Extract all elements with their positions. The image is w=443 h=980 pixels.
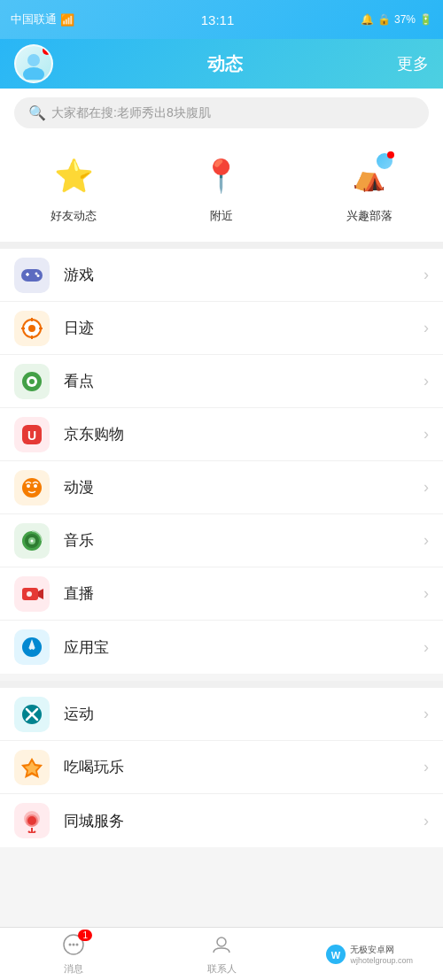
svg-point-44 [73, 943, 75, 945]
sports-label: 运动 [64, 704, 424, 724]
menu-item-food[interactable]: 吃喝玩乐 › [0, 741, 443, 794]
appstore-label: 应用宝 [64, 637, 424, 658]
svg-point-1 [23, 67, 44, 80]
music-arrow: › [424, 531, 429, 550]
menu-item-live[interactable]: 直播 › [0, 567, 443, 621]
friends-label: 好友动态 [51, 208, 97, 224]
appstore-icon [14, 629, 50, 665]
watermark-logo: W [325, 944, 346, 965]
nearby-label: 附近 [210, 208, 233, 224]
music-icon [14, 523, 50, 559]
messages-badge: 1 [78, 930, 92, 941]
music-label: 音乐 [64, 530, 424, 551]
svg-point-43 [69, 943, 72, 945]
section-divider [0, 681, 443, 688]
avatar[interactable] [14, 44, 53, 83]
svg-point-5 [35, 272, 38, 274]
avatar-badge [43, 46, 51, 55]
kankan-label: 看点 [64, 371, 424, 391]
svg-point-16 [29, 379, 35, 384]
search-icon: 🔍 [28, 104, 46, 121]
svg-point-46 [217, 938, 226, 946]
messages-tab-label: 消息 [64, 962, 83, 976]
status-bar: 中国联通 📶 13:11 🔔 🔒 37% 🔋 [0, 0, 443, 39]
alarm-icon: 🔔 [361, 13, 374, 26]
menu-section: 游戏 › 日迹 › 看点 › [0, 249, 443, 674]
tab-bar: 1 消息 联系人 W 无极安卓网 wjhotelgroup.com [0, 927, 443, 980]
menu-item-appstore[interactable]: 应用宝 › [0, 621, 443, 674]
menu-item-anime[interactable]: 动漫 › [0, 461, 443, 514]
jd-icon: U [14, 417, 50, 452]
watermark-line1: 无极安卓网 [350, 944, 413, 956]
diary-arrow: › [424, 319, 429, 337]
svg-point-40 [27, 816, 36, 825]
anime-label: 动漫 [64, 477, 424, 498]
svg-rect-4 [27, 273, 28, 276]
menu-item-local[interactable]: 同城服务 › [0, 794, 443, 847]
battery-icon: 🔋 [419, 13, 432, 26]
menu-item-music[interactable]: 音乐 › [0, 514, 443, 567]
live-icon [14, 576, 50, 612]
live-label: 直播 [64, 583, 424, 604]
wifi-icon: 📶 [60, 13, 74, 27]
header-more-button[interactable]: 更多 [397, 53, 429, 74]
jd-arrow: › [424, 425, 429, 444]
carrier-label: 中国联通 [11, 12, 57, 27]
anime-arrow: › [424, 478, 429, 497]
header-title: 动态 [207, 52, 243, 76]
svg-point-19 [22, 478, 42, 498]
menu-item-jd[interactable]: U 京东购物 › [0, 408, 443, 461]
quick-nav-friends[interactable]: ⭐ 好友动态 [38, 151, 109, 224]
tab-contacts[interactable]: 联系人 [148, 933, 296, 976]
diary-icon [14, 311, 50, 346]
status-right: 🔔 🔒 37% 🔋 [361, 13, 432, 26]
quick-nav-nearby[interactable]: 📍 附近 [186, 151, 257, 224]
watermark-line2: wjhotelgroup.com [350, 956, 413, 965]
quick-nav-tribe[interactable]: ⛺ 兴趣部落 [334, 151, 405, 224]
sports-icon [14, 697, 50, 732]
menu-item-game[interactable]: 游戏 › [0, 249, 443, 302]
food-label: 吃喝玩乐 [64, 757, 424, 777]
anime-icon [14, 470, 50, 505]
tab-messages[interactable]: 1 消息 [0, 933, 148, 976]
menu-item-diary[interactable]: 日迹 › [0, 302, 443, 355]
food-arrow: › [424, 758, 429, 776]
svg-point-45 [76, 943, 79, 945]
messages-icon-wrapper: 1 [62, 933, 85, 960]
diary-label: 日迹 [64, 318, 424, 338]
kankan-arrow: › [424, 372, 429, 390]
svg-marker-27 [38, 589, 43, 599]
header: 动态 更多 [0, 39, 443, 89]
menu-item-kankan[interactable]: 看点 › [0, 355, 443, 408]
live-arrow: › [424, 584, 429, 603]
game-icon [14, 258, 50, 293]
svg-point-25 [31, 539, 34, 542]
contacts-tab-label: 联系人 [207, 962, 237, 976]
menu-item-sports[interactable]: 运动 › [0, 688, 443, 741]
friends-icon: ⭐ [49, 151, 98, 201]
lock-icon: 🔒 [377, 13, 391, 26]
local-label: 同城服务 [64, 811, 424, 831]
search-placeholder: 大家都在搜:老师秀出8块腹肌 [51, 105, 211, 121]
menu-section-2: 运动 › 吃喝玩乐 › 同城服务 › [0, 688, 443, 847]
contacts-icon-wrapper [210, 933, 233, 960]
svg-point-0 [27, 54, 40, 66]
appstore-arrow: › [424, 638, 429, 657]
nearby-icon: 📍 [197, 151, 246, 201]
svg-text:U: U [27, 428, 36, 443]
food-icon [14, 750, 50, 785]
tribe-label: 兴趣部落 [346, 208, 392, 224]
kankan-icon [14, 364, 50, 399]
svg-point-9 [28, 325, 35, 332]
watermark-area: W 无极安卓网 wjhotelgroup.com [295, 944, 443, 965]
status-time: 13:11 [201, 12, 235, 27]
status-left: 中国联通 📶 [11, 12, 74, 27]
quick-nav: ⭐ 好友动态 📍 附近 ⛺ 兴趣部落 [0, 137, 443, 249]
svg-point-21 [34, 484, 37, 488]
game-arrow: › [424, 266, 429, 284]
svg-point-20 [27, 484, 30, 488]
search-input-wrapper[interactable]: 🔍 大家都在搜:老师秀出8块腹肌 [14, 97, 429, 128]
jd-label: 京东购物 [64, 424, 424, 444]
sports-arrow: › [424, 705, 429, 723]
search-bar: 🔍 大家都在搜:老师秀出8块腹肌 [0, 89, 443, 137]
